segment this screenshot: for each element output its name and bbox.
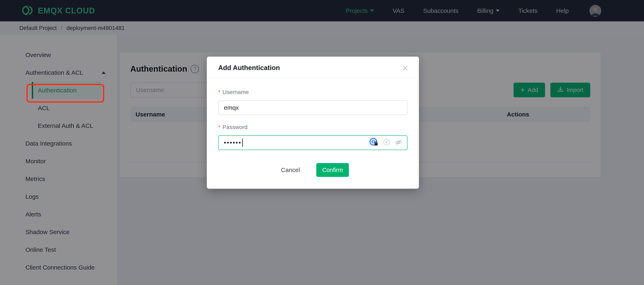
close-icon[interactable]: [402, 65, 409, 72]
password-manager-icon[interactable]: [369, 138, 378, 148]
modal-footer: Cancel Confirm: [207, 150, 419, 189]
password-label: Password: [222, 124, 248, 130]
modal-title: Add Authentication: [218, 64, 280, 72]
clear-input-icon[interactable]: [383, 139, 390, 146]
eye-off-icon[interactable]: [394, 138, 402, 147]
add-authentication-modal: Add Authentication * Username * Passwor: [207, 56, 419, 189]
username-field-group: * Username: [218, 89, 408, 115]
page: EMQX CLOUD Projects VAS Subaccounts Bill…: [0, 0, 644, 285]
password-field-group: * Password ••••••: [218, 124, 408, 150]
modal-body: * Username * Password ••••••: [207, 78, 419, 150]
username-input[interactable]: [218, 100, 408, 115]
confirm-button[interactable]: Confirm: [316, 163, 349, 177]
password-masked-value: ••••••: [224, 139, 242, 146]
required-asterisk: *: [218, 124, 220, 130]
required-asterisk: *: [218, 89, 220, 96]
text-cursor: [242, 139, 243, 147]
modal-header: Add Authentication: [207, 56, 419, 78]
password-input[interactable]: ••••••: [218, 136, 408, 150]
username-label: Username: [222, 89, 249, 96]
cancel-button[interactable]: Cancel: [277, 164, 304, 176]
